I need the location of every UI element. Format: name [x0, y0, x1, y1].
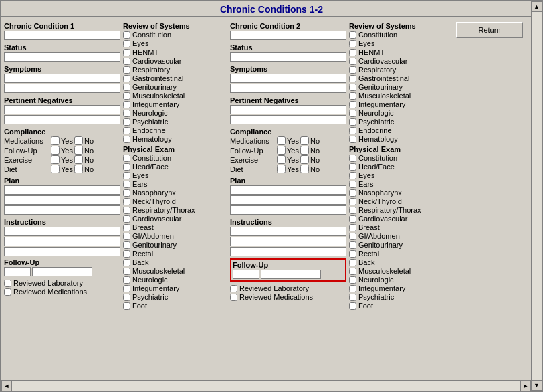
cc2-reviewed-lab-cb[interactable]	[230, 285, 237, 292]
ros1-items-cb-8[interactable]	[123, 101, 130, 108]
cc2-exercise-yes-cb[interactable]	[277, 155, 286, 164]
cc1-followup-no-cb[interactable]	[74, 146, 83, 155]
cc1-symptoms-input1[interactable]	[4, 74, 120, 83]
cc1-input[interactable]	[4, 31, 120, 40]
pe1-items-cb-12[interactable]	[123, 259, 130, 266]
pe2-items-cb-14[interactable]	[349, 276, 356, 284]
cc2-diet-no-cb[interactable]	[300, 165, 309, 173]
cc2-input[interactable]	[230, 31, 346, 40]
ros2-items-cb-12[interactable]	[349, 136, 356, 143]
ros1-items-cb-7[interactable]	[123, 92, 130, 100]
cc2-status-input[interactable]	[230, 52, 346, 62]
pe1-items-cb-2[interactable]	[123, 172, 130, 179]
ros1-items-cb-9[interactable]	[123, 110, 130, 117]
pe2-items-cb-9[interactable]	[349, 233, 356, 240]
pe1-items-cb-10[interactable]	[123, 241, 130, 249]
ros2-items-cb-9[interactable]	[349, 110, 356, 117]
cc2-instructions-input2[interactable]	[230, 237, 346, 246]
cc2-followup-no-cb[interactable]	[300, 146, 309, 155]
cc2-pn-input1[interactable]	[230, 105, 346, 114]
ros1-items-cb-1[interactable]	[123, 40, 130, 47]
ros1-items-cb-4[interactable]	[123, 66, 130, 74]
pe1-items-cb-9[interactable]	[123, 233, 130, 240]
pe2-items-cb-17[interactable]	[349, 302, 356, 310]
pe2-items-cb-7[interactable]	[349, 215, 356, 223]
cc1-instructions-input3[interactable]	[4, 247, 120, 256]
cc2-reviewed-meds-cb[interactable]	[230, 294, 237, 301]
cc2-followup-amount-input[interactable]	[233, 270, 259, 279]
ros1-items-cb-5[interactable]	[123, 75, 130, 82]
cc2-medications-no-cb[interactable]	[300, 136, 309, 145]
cc2-instructions-input1[interactable]	[230, 227, 346, 236]
ros2-items-cb-2[interactable]	[349, 49, 356, 56]
scroll-left-button[interactable]: ◄	[1, 381, 12, 391]
pe1-items-cb-15[interactable]	[123, 285, 130, 292]
cc1-plan-input2[interactable]	[4, 195, 120, 205]
ros2-items-cb-11[interactable]	[349, 127, 356, 134]
ros2-items-cb-4[interactable]	[349, 66, 356, 74]
ros1-items-cb-3[interactable]	[123, 58, 130, 65]
ros2-items-cb-6[interactable]	[349, 84, 356, 91]
horizontal-scrollbar[interactable]: ◄ ►	[1, 380, 531, 391]
cc1-followup-yes-cb[interactable]	[51, 146, 60, 155]
cc2-symptoms-input1[interactable]	[230, 74, 346, 83]
ros2-items-cb-1[interactable]	[349, 40, 356, 47]
cc1-symptoms-input2[interactable]	[4, 84, 120, 93]
ros2-items-cb-3[interactable]	[349, 58, 356, 65]
pe1-items-cb-7[interactable]	[123, 215, 130, 223]
pe2-items-cb-13[interactable]	[349, 268, 356, 275]
cc2-instructions-input3[interactable]	[230, 247, 346, 256]
cc2-plan-input1[interactable]	[230, 185, 346, 195]
pe2-items-cb-5[interactable]	[349, 198, 356, 205]
cc1-reviewed-meds-cb[interactable]	[4, 288, 11, 296]
cc2-plan-input2[interactable]	[230, 195, 346, 205]
cc2-symptoms-input2[interactable]	[230, 84, 346, 93]
cc1-plan-input1[interactable]	[4, 185, 120, 195]
pe2-items-cb-3[interactable]	[349, 181, 356, 188]
cc1-medications-no-cb[interactable]	[74, 136, 83, 145]
ros2-items-cb-5[interactable]	[349, 75, 356, 82]
pe2-items-cb-6[interactable]	[349, 207, 356, 214]
ros1-items-cb-12[interactable]	[123, 136, 130, 143]
cc1-medications-yes-cb[interactable]	[51, 136, 60, 145]
scroll-down-button[interactable]: ▼	[532, 380, 542, 391]
pe2-items-cb-15[interactable]	[349, 285, 356, 292]
cc1-exercise-no-cb[interactable]	[74, 155, 83, 164]
cc2-followup-unit-input[interactable]	[261, 270, 321, 279]
pe1-items-cb-6[interactable]	[123, 207, 130, 214]
pe2-items-cb-10[interactable]	[349, 241, 356, 249]
ros2-items-cb-10[interactable]	[349, 118, 356, 126]
ros2-items-cb-8[interactable]	[349, 101, 356, 108]
pe2-items-cb-0[interactable]	[349, 155, 356, 162]
pe1-items-cb-1[interactable]	[123, 163, 130, 171]
pe2-items-cb-12[interactable]	[349, 259, 356, 266]
cc2-pn-input2[interactable]	[230, 115, 346, 124]
return-button[interactable]: Return	[456, 22, 523, 38]
cc1-exercise-yes-cb[interactable]	[51, 155, 60, 164]
cc2-diet-yes-cb[interactable]	[277, 165, 286, 173]
ros1-items-cb-2[interactable]	[123, 49, 130, 56]
pe1-items-cb-17[interactable]	[123, 302, 130, 310]
pe1-items-cb-5[interactable]	[123, 198, 130, 205]
cc1-instructions-input2[interactable]	[4, 237, 120, 246]
cc2-followup-yes-cb[interactable]	[277, 146, 286, 155]
cc1-diet-no-cb[interactable]	[74, 165, 83, 173]
pe1-items-cb-4[interactable]	[123, 189, 130, 197]
ros1-items-cb-0[interactable]	[123, 31, 130, 39]
pe1-items-cb-13[interactable]	[123, 268, 130, 275]
cc1-pn-input1[interactable]	[4, 105, 120, 114]
pe2-items-cb-8[interactable]	[349, 224, 356, 231]
cc1-plan-input3[interactable]	[4, 205, 120, 215]
ros1-items-cb-6[interactable]	[123, 84, 130, 91]
pe2-items-cb-11[interactable]	[349, 250, 356, 258]
ros2-items-cb-0[interactable]	[349, 31, 356, 39]
ros1-items-cb-10[interactable]	[123, 118, 130, 126]
pe1-items-cb-0[interactable]	[123, 155, 130, 162]
ros2-items-cb-7[interactable]	[349, 92, 356, 100]
pe1-items-cb-3[interactable]	[123, 181, 130, 188]
pe1-items-cb-8[interactable]	[123, 224, 130, 231]
cc2-exercise-no-cb[interactable]	[300, 155, 309, 164]
cc2-plan-input3[interactable]	[230, 205, 346, 215]
pe1-items-cb-16[interactable]	[123, 294, 130, 301]
scroll-up-button[interactable]: ▲	[532, 1, 542, 12]
